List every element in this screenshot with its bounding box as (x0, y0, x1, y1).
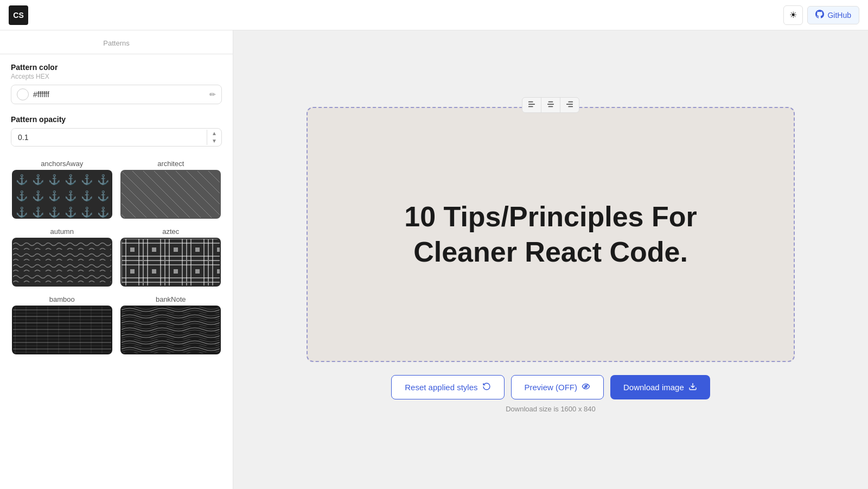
header-right: ☀ GitHub (783, 5, 859, 25)
pattern-color-label: Pattern color (11, 63, 222, 72)
svg-rect-28 (566, 104, 573, 105)
patterns-grid: anchorsAway ⚓ architect (0, 160, 233, 354)
align-tools (522, 97, 579, 113)
opacity-down-arrow[interactable]: ▼ (212, 137, 217, 145)
color-input[interactable] (33, 90, 205, 99)
canvas-card: 10 Tips/Principles For Cleaner React Cod… (307, 107, 795, 362)
app-logo: CS (9, 5, 28, 25)
app-header: CS ☀ GitHub (0, 0, 868, 30)
align-center-button[interactable] (541, 98, 560, 112)
svg-rect-26 (548, 106, 553, 107)
pattern-thumb-autumn[interactable] (12, 238, 112, 287)
pattern-thumb-anchorsaway[interactable]: ⚓ (12, 170, 112, 219)
github-icon (815, 10, 824, 21)
svg-rect-5 (122, 171, 220, 218)
pattern-label-anchorsaway: anchorsAway (41, 160, 83, 168)
reset-label: Reset applied styles (405, 383, 477, 392)
github-label: GitHub (827, 11, 851, 20)
pattern-item-aztec: aztec (120, 227, 222, 287)
main-content: 10 Tips/Principles For Cleaner React Cod… (233, 30, 868, 489)
pattern-thumb-bamboo[interactable] (12, 306, 112, 354)
opacity-up-arrow[interactable]: ▲ (212, 130, 217, 137)
opacity-arrows: ▲ ▼ (207, 130, 221, 145)
pattern-label-banknote: bankNote (156, 295, 186, 303)
bottom-controls: Reset applied styles Preview (OFF) Downl… (391, 375, 710, 413)
pattern-item-autumn: autumn (11, 227, 113, 287)
svg-rect-20 (122, 307, 220, 353)
main-layout: Patterns Pattern color Accepts HEX ✏ Pat… (0, 30, 868, 489)
theme-toggle-button[interactable]: ☀ (783, 5, 803, 25)
reset-styles-button[interactable]: Reset applied styles (391, 375, 504, 399)
svg-rect-1 (13, 171, 111, 218)
align-left-button[interactable] (522, 98, 541, 112)
opacity-input[interactable] (11, 129, 207, 146)
svg-line-31 (584, 384, 588, 389)
pattern-thumb-banknote[interactable] (120, 306, 221, 354)
pattern-item-bamboo: bamboo (11, 295, 113, 354)
svg-rect-23 (528, 106, 533, 107)
color-input-wrapper: ✏ (11, 85, 222, 104)
svg-rect-21 (528, 101, 533, 102)
download-label: Download image (623, 383, 684, 392)
pattern-label-autumn: autumn (50, 227, 74, 236)
svg-rect-19 (13, 307, 111, 353)
pattern-label-bamboo: bamboo (49, 295, 75, 303)
pattern-item-banknote: bankNote (120, 295, 222, 354)
pattern-thumb-aztec[interactable] (120, 238, 221, 287)
download-button[interactable]: Download image (610, 375, 710, 399)
sidebar-title: Patterns (0, 30, 233, 54)
download-icon (688, 382, 697, 392)
color-section: Pattern color Accepts HEX ✏ Pattern opac… (0, 63, 233, 147)
svg-rect-22 (528, 104, 535, 105)
svg-rect-27 (568, 101, 573, 102)
pattern-color-hint: Accepts HEX (11, 73, 222, 80)
pattern-label-aztec: aztec (162, 227, 179, 236)
pattern-label-architect: architect (157, 160, 184, 168)
opacity-label: Pattern opacity (11, 115, 222, 124)
color-picker-icon[interactable]: ✏ (209, 90, 216, 99)
button-row: Reset applied styles Preview (OFF) Downl… (391, 375, 710, 399)
canvas-text-area: 10 Tips/Principles For Cleaner React Cod… (308, 108, 794, 361)
color-swatch (17, 88, 29, 100)
svg-rect-25 (547, 104, 554, 105)
svg-rect-6 (13, 239, 111, 285)
pattern-item-architect: architect (120, 160, 222, 219)
svg-rect-24 (548, 101, 553, 102)
sun-icon: ☀ (789, 10, 797, 20)
svg-rect-18 (122, 239, 220, 285)
preview-label: Preview (OFF) (525, 383, 578, 392)
align-right-button[interactable] (560, 98, 579, 112)
pattern-thumb-architect[interactable] (120, 170, 221, 219)
pattern-item-anchorsaway: anchorsAway ⚓ (11, 160, 113, 219)
svg-rect-29 (568, 106, 573, 107)
canvas-heading: 10 Tips/Principles For Cleaner React Cod… (361, 199, 741, 270)
preview-button[interactable]: Preview (OFF) (511, 375, 604, 399)
download-size-label: Download size is 1600 x 840 (506, 405, 596, 413)
reset-icon (482, 382, 491, 392)
preview-icon (582, 382, 590, 392)
opacity-select-wrapper: ▲ ▼ (11, 128, 222, 147)
github-button[interactable]: GitHub (807, 6, 859, 24)
sidebar: Patterns Pattern color Accepts HEX ✏ Pat… (0, 30, 233, 489)
